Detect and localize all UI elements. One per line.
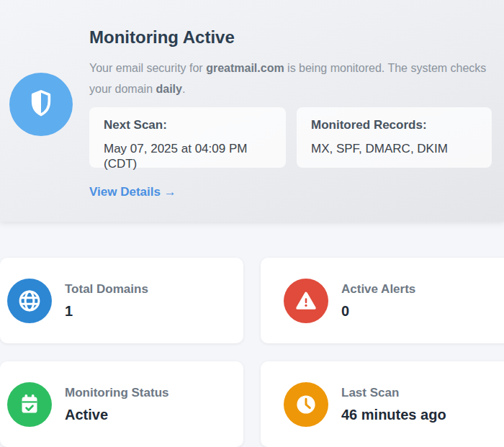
stat-value: 1 <box>65 303 148 320</box>
stat-text: Active Alerts 0 <box>341 282 415 320</box>
page-title: Monitoring Active <box>89 27 492 48</box>
stat-value: Active <box>65 407 168 423</box>
stat-label: Active Alerts <box>341 282 415 297</box>
last-scan-card: Last Scan 46 minutes ago <box>261 361 504 447</box>
globe-icon <box>7 279 52 323</box>
monitored-records-label: Monitored Records: <box>311 118 477 132</box>
stats-grid: Total Domains 1 Active Alerts 0 <box>0 258 504 447</box>
monitored-records-value: MX, SPF, DMARC, DKIM <box>311 141 477 156</box>
stat-value: 46 minutes ago <box>341 407 446 423</box>
calendar-check-icon <box>7 382 52 427</box>
total-domains-card: Total Domains 1 <box>0 258 243 343</box>
clock-icon <box>284 382 328 427</box>
next-scan-label: Next Scan: <box>104 118 271 132</box>
stat-label: Last Scan <box>341 386 446 400</box>
next-scan-value: May 07, 2025 at 04:09 PM (CDT) <box>104 141 271 171</box>
monitoring-banner: Monitoring Active Your email security fo… <box>0 0 504 222</box>
stat-value: 0 <box>341 303 415 320</box>
stat-label: Total Domains <box>65 282 148 297</box>
next-scan-box: Next Scan: May 07, 2025 at 04:09 PM (CDT… <box>89 107 286 168</box>
description-text: . <box>182 83 185 95</box>
stat-text: Monitoring Status Active <box>65 386 168 423</box>
stat-label: Monitoring Status <box>65 386 168 400</box>
stat-text: Last Scan 46 minutes ago <box>341 386 446 423</box>
domain-name: greatmail.com <box>206 62 284 74</box>
shield-avatar <box>9 73 73 136</box>
view-details-link[interactable]: View Details → <box>89 185 176 199</box>
description-text: Your email security for <box>89 62 206 74</box>
stat-text: Total Domains 1 <box>65 282 148 320</box>
banner-info-row: Next Scan: May 07, 2025 at 04:09 PM (CDT… <box>89 107 492 168</box>
monitoring-status-card: Monitoring Status Active <box>0 361 243 447</box>
frequency-text: daily <box>156 83 182 95</box>
shield-half-icon <box>27 89 55 120</box>
monitored-records-box: Monitored Records: MX, SPF, DMARC, DKIM <box>297 107 492 168</box>
warning-triangle-icon <box>284 279 328 323</box>
active-alerts-card: Active Alerts 0 <box>261 258 504 343</box>
banner-content: Monitoring Active Your email security fo… <box>89 27 492 199</box>
banner-description: Your email security for greatmail.com is… <box>89 58 491 99</box>
